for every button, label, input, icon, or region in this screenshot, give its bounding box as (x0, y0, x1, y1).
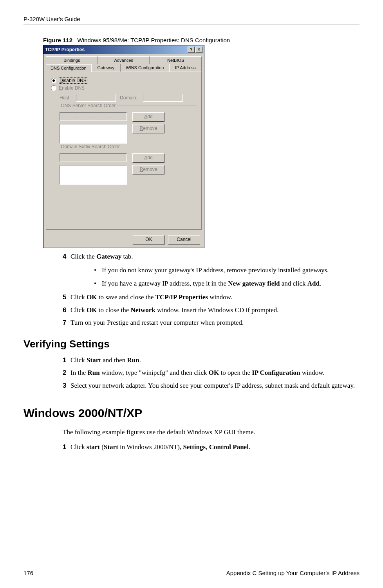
domain-input[interactable] (143, 94, 183, 102)
cancel-button[interactable]: Cancel (168, 235, 200, 245)
page-number: 176 (23, 570, 33, 576)
step-number: 7 (63, 318, 70, 328)
radio-enable-text: nable DNS (62, 85, 85, 91)
bullet-text: If you do not know your gateway's IP add… (102, 266, 329, 275)
radio-enable-prefix: E (59, 85, 62, 91)
step-number: 6 (63, 306, 70, 315)
page-footer: 176 Appendix C Setting up Your Computer'… (23, 567, 360, 576)
tab-ip-address[interactable]: IP Address (169, 64, 202, 72)
tab-gateway[interactable]: Gateway (91, 64, 121, 72)
tab-panel: Disable DNS Enable DNS Host: Domain: DNS… (46, 72, 202, 230)
ok-button[interactable]: OK (133, 235, 165, 245)
radio-disable-dns[interactable]: Disable DNS (51, 77, 197, 84)
radio-disable-text: isable DNS (63, 78, 87, 83)
add-suffix-button[interactable]: Add (132, 153, 164, 163)
host-label: Host: (60, 95, 70, 101)
suffix-list[interactable] (60, 165, 127, 185)
bullet-icon: • (94, 266, 102, 275)
dns-server-search-order-group: DNS Server Search Order ... Add Remove (60, 106, 197, 144)
step-text: Click the Gateway tab. (70, 252, 133, 262)
bullet-icon: • (94, 279, 102, 289)
step-number: 1 (63, 442, 70, 452)
intro-paragraph: The following example figures use the de… (63, 428, 360, 437)
remove-dns-button[interactable]: Remove (132, 124, 164, 133)
tab-advanced[interactable]: Advanced (98, 56, 150, 64)
suffix-input[interactable] (60, 153, 127, 162)
add-dns-button[interactable]: Add (132, 112, 164, 122)
step-text: Select your network adapter. You should … (70, 381, 355, 391)
dialog-title: TCP/IP Properties (45, 47, 85, 52)
step-text: Click OK to save and close the TCP/IP Pr… (70, 293, 232, 302)
tab-dns-configuration[interactable]: DNS Configuration (46, 64, 91, 72)
verifying-settings-heading: Verifying Settings (23, 338, 360, 350)
radio-disable-prefix: D (60, 78, 63, 83)
bullet-text: If you have a gateway IP address, type i… (102, 279, 321, 289)
tab-row-bottom: DNS Configuration Gateway WINS Configura… (46, 64, 202, 72)
tab-bindings[interactable]: Bindings (46, 56, 98, 64)
tab-row-top: Bindings Advanced NetBIOS (46, 56, 202, 64)
footer-section: Appendix C Setting up Your Computer's IP… (226, 570, 360, 576)
group-title-suffix: Domain Suffix Search Order (60, 144, 121, 149)
step-number: 2 (63, 368, 70, 378)
step-number: 4 (63, 252, 70, 262)
radio-icon (51, 85, 56, 91)
dns-list[interactable] (60, 124, 127, 144)
step-text: Click start (Start in Windows 2000/NT), … (70, 442, 250, 452)
radio-icon (51, 78, 56, 83)
step-text: Click Start and then Run. (70, 356, 141, 365)
dialog-titlebar: TCP/IP Properties ? × (43, 45, 204, 54)
step-number: 1 (63, 356, 70, 365)
running-header: P-320W User's Guide (23, 16, 360, 25)
figure-caption-text: Windows 95/98/Me: TCP/IP Properties: DNS… (78, 37, 230, 43)
close-button[interactable]: × (195, 47, 202, 53)
tab-netbios[interactable]: NetBIOS (150, 56, 202, 64)
host-input[interactable] (76, 94, 116, 102)
tab-wins-configuration[interactable]: WINS Configuration (121, 64, 169, 72)
domain-label: Domain: (120, 95, 137, 101)
radio-enable-dns[interactable]: Enable DNS (51, 85, 197, 91)
figure-caption: Figure 112 Windows 95/98/Me: TCP/IP Prop… (43, 37, 360, 43)
tcpip-properties-dialog: TCP/IP Properties ? × Bindings Advanced … (43, 45, 204, 248)
windows-2000-nt-xp-heading: Windows 2000/NT/XP (23, 406, 360, 420)
figure-number: Figure 112 (43, 37, 72, 43)
domain-suffix-group: Domain Suffix Search Order Add Remove (60, 147, 197, 185)
step-number: 5 (63, 293, 70, 302)
remove-suffix-button[interactable]: Remove (132, 165, 164, 174)
dns-ip-input[interactable]: ... (60, 112, 127, 121)
help-button[interactable]: ? (188, 47, 195, 53)
step-text: Click OK to close the Network window. In… (70, 306, 278, 315)
step-number: 3 (63, 381, 70, 391)
step-text: In the Run window, type "winipcfg" and t… (70, 368, 325, 378)
step-text: Turn on your Prestige and restart your c… (70, 318, 244, 328)
group-title-dns: DNS Server Search Order (60, 103, 117, 108)
